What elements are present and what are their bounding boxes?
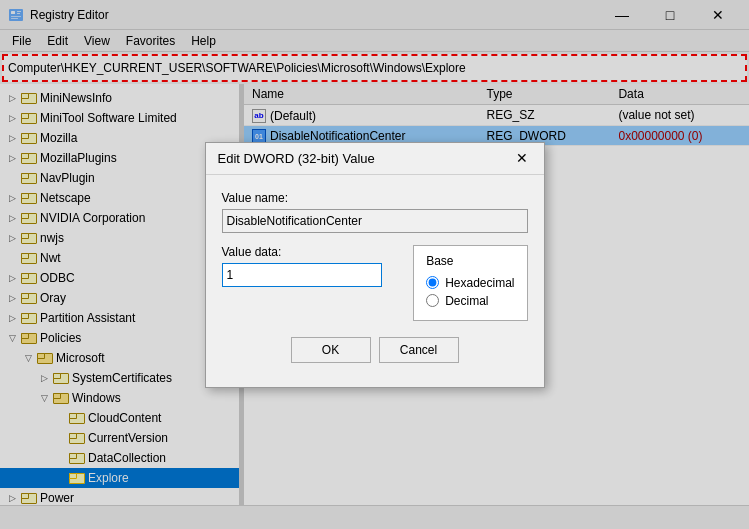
hex-label: Hexadecimal: [445, 276, 514, 290]
data-label: Value data:: [222, 245, 402, 259]
value-name-input[interactable]: [222, 209, 528, 233]
dialog-close-button[interactable]: ✕: [512, 148, 532, 168]
dialog-buttons: OK Cancel: [222, 337, 528, 371]
decimal-option[interactable]: Decimal: [426, 294, 514, 308]
hex-radio[interactable]: [426, 276, 439, 289]
value-data-input[interactable]: [222, 263, 382, 287]
modal-overlay: Edit DWORD (32-bit) Value ✕ Value name: …: [0, 0, 749, 529]
dialog-titlebar: Edit DWORD (32-bit) Value ✕: [206, 143, 544, 175]
dialog-title: Edit DWORD (32-bit) Value: [218, 151, 375, 166]
decimal-radio[interactable]: [426, 294, 439, 307]
edit-dword-dialog: Edit DWORD (32-bit) Value ✕ Value name: …: [205, 142, 545, 388]
base-label: Base: [426, 254, 514, 268]
base-section: Base Hexadecimal Decimal: [413, 245, 527, 321]
decimal-label: Decimal: [445, 294, 488, 308]
hexadecimal-option[interactable]: Hexadecimal: [426, 276, 514, 290]
ok-button[interactable]: OK: [291, 337, 371, 363]
data-section: Value data:: [222, 245, 402, 321]
cancel-button[interactable]: Cancel: [379, 337, 459, 363]
name-label: Value name:: [222, 191, 528, 205]
data-base-row: Value data: Base Hexadecimal Decimal: [222, 245, 528, 321]
dialog-body: Value name: Value data: Base Hexadecimal…: [206, 175, 544, 387]
